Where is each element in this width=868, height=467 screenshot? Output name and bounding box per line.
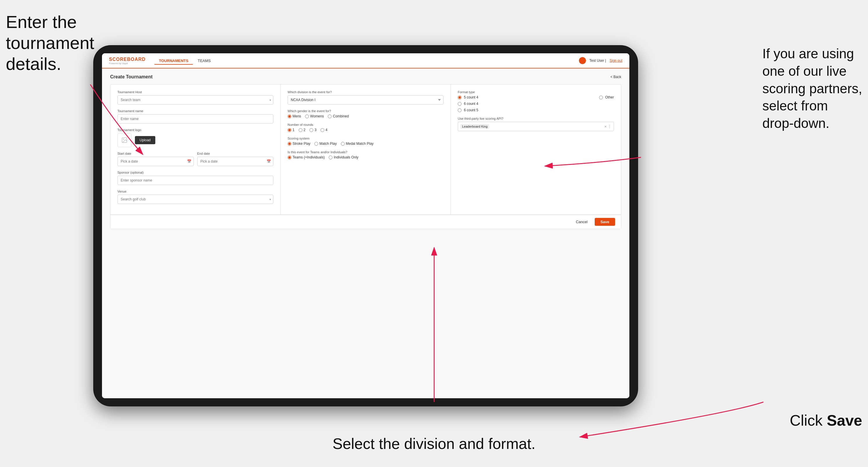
- end-date-input[interactable]: [197, 157, 274, 166]
- gender-radio-group: Mens Womens Combined: [287, 114, 443, 118]
- start-date-label: Start date: [117, 152, 194, 155]
- end-date-label: End date: [197, 152, 274, 155]
- tournament-host-label: Tournament Host: [117, 90, 273, 94]
- format-other[interactable]: Other: [599, 95, 614, 99]
- format-type-label: Format type: [458, 90, 614, 94]
- logo-placeholder: [117, 133, 131, 147]
- tournament-host-input[interactable]: [117, 95, 273, 104]
- live-scoring-label: Use third-party live scoring API?: [458, 117, 614, 120]
- user-label: Test User |: [589, 59, 606, 63]
- logo-text: SCOREBOARD: [109, 57, 146, 62]
- format-type-options: 5 count 4 6 count 4 6 count 5: [458, 95, 478, 112]
- division-wrap: NCAA Division I: [287, 95, 443, 104]
- gender-womens[interactable]: Womens: [305, 114, 324, 118]
- tournament-name-input[interactable]: [117, 114, 273, 124]
- division-label: Which division is the event for?: [287, 90, 443, 94]
- sign-out-link[interactable]: Sign out: [610, 59, 622, 63]
- rounds-label: Number of rounds: [287, 123, 443, 126]
- gender-combined[interactable]: Combined: [328, 114, 349, 118]
- start-date-wrap: 📅: [117, 157, 194, 166]
- start-date-group: Start date 📅: [117, 152, 194, 166]
- gender-mens[interactable]: Mens: [287, 114, 301, 118]
- live-scoring-chip: Leaderboard King: [460, 124, 489, 129]
- upload-button[interactable]: Upload: [135, 136, 155, 144]
- round-3[interactable]: 3: [309, 128, 316, 132]
- end-date-wrap: 📅: [197, 157, 274, 166]
- round-2[interactable]: 2: [299, 128, 306, 132]
- end-date-group: End date 📅: [197, 152, 274, 166]
- start-date-input[interactable]: [117, 157, 194, 166]
- form-col-2: Which division is the event for? NCAA Di…: [281, 85, 451, 214]
- team-label: Is this event for Teams and/or Individua…: [287, 150, 443, 154]
- venue-label: Venue: [117, 190, 273, 193]
- team-individuals[interactable]: Individuals Only: [329, 155, 359, 159]
- tournament-host-wrap: ▾: [117, 95, 273, 104]
- rounds-radio-group: 1 2 3: [287, 128, 443, 132]
- team-group: Is this event for Teams and/or Individua…: [287, 150, 443, 159]
- save-button[interactable]: Save: [595, 218, 615, 226]
- tablet-screen: SCOREBOARD Powered by clippit TOURNAMENT…: [102, 53, 629, 398]
- division-group: Which division is the event for? NCAA Di…: [287, 90, 443, 104]
- scoring-stroke[interactable]: Stroke Play: [287, 142, 310, 146]
- annotation-bottom-right: Click Save: [789, 412, 862, 429]
- form-col-1: Tournament Host ▾ Tournament name Tourna…: [111, 85, 281, 214]
- chevron-down-icon: ▾: [270, 98, 271, 102]
- avatar: [579, 57, 586, 64]
- venue-group: Venue ▾: [117, 190, 273, 204]
- tournament-host-group: Tournament Host ▾: [117, 90, 273, 104]
- tag-close-icon[interactable]: ✕: [604, 125, 607, 128]
- tag-controls: ✕ ⋮: [604, 124, 611, 128]
- annotation-bottom-center: Select the division and format.: [333, 435, 535, 453]
- format-type-row: 5 count 4 6 count 4 6 count 5: [458, 95, 614, 112]
- page-title-row: Create Tournament Back: [110, 74, 621, 80]
- annotation-top-right: If you are using one of our live scoring…: [762, 45, 862, 132]
- sponsor-group: Sponsor (optional): [117, 171, 273, 185]
- round-1[interactable]: 1: [287, 128, 294, 132]
- back-link[interactable]: Back: [611, 75, 621, 79]
- annotation-top-left: Enter the tournament details.: [6, 12, 94, 74]
- scoring-match[interactable]: Match Play: [314, 142, 337, 146]
- format-6count4[interactable]: 6 count 4: [458, 102, 478, 106]
- calendar-icon: 📅: [187, 159, 191, 163]
- format-5count4[interactable]: 5 count 4: [458, 95, 478, 99]
- form-col-3: Format type 5 count 4 6 count: [451, 85, 621, 214]
- format-type-group: Format type 5 count 4 6 count: [458, 90, 614, 112]
- scoring-label: Scoring system: [287, 137, 443, 140]
- logo-upload-area: Upload: [117, 133, 273, 147]
- date-row: Start date 📅 End date: [117, 152, 273, 166]
- venue-input[interactable]: [117, 195, 273, 204]
- tab-teams[interactable]: TEAMS: [193, 57, 215, 65]
- live-scoring-group: Use third-party live scoring API? Leader…: [458, 117, 614, 131]
- live-scoring-input[interactable]: Leaderboard King ✕ ⋮: [458, 122, 614, 131]
- tournament-logo-group: Tournament logo Upload: [117, 128, 273, 147]
- team-teams[interactable]: Teams (+Individuals): [287, 155, 324, 159]
- tournament-name-label: Tournament name: [117, 109, 273, 113]
- scoring-group: Scoring system Stroke Play Match Play: [287, 137, 443, 146]
- nav-tabs: TOURNAMENTS TEAMS: [154, 57, 216, 64]
- venue-wrap: ▾: [117, 195, 273, 204]
- app-header: SCOREBOARD Powered by clippit TOURNAMENT…: [102, 53, 629, 68]
- scoring-radio-group: Stroke Play Match Play Medal Match Play: [287, 142, 443, 146]
- cancel-button[interactable]: Cancel: [572, 218, 591, 226]
- team-radio-group: Teams (+Individuals) Individuals Only: [287, 155, 443, 159]
- round-4[interactable]: 4: [320, 128, 328, 132]
- scoring-medal[interactable]: Medal Match Play: [341, 142, 374, 146]
- logo-sub: Powered by clippit: [109, 62, 146, 65]
- format-6count5[interactable]: 6 count 5: [458, 108, 478, 112]
- division-select[interactable]: NCAA Division I: [287, 95, 443, 104]
- gender-group: Which gender is the event for? Mens Wome…: [287, 109, 443, 118]
- date-group: Start date 📅 End date: [117, 152, 273, 166]
- form-grid: Tournament Host ▾ Tournament name Tourna…: [111, 85, 621, 215]
- sponsor-input[interactable]: [117, 176, 273, 185]
- tournament-name-group: Tournament name: [117, 109, 273, 124]
- tab-tournaments[interactable]: TOURNAMENTS: [154, 57, 193, 65]
- form-footer: Cancel Save: [111, 215, 621, 229]
- logo-area: SCOREBOARD Powered by clippit: [109, 57, 146, 65]
- rounds-group: Number of rounds 1 2: [287, 123, 443, 132]
- venue-chevron-icon: ▾: [270, 198, 271, 201]
- tag-expand-icon[interactable]: ⋮: [608, 124, 611, 128]
- page-content: Create Tournament Back Tournament Host ▾: [102, 68, 629, 398]
- sponsor-label: Sponsor (optional): [117, 171, 273, 174]
- header-right: Test User | Sign out: [579, 57, 622, 64]
- page-title: Create Tournament: [110, 74, 153, 80]
